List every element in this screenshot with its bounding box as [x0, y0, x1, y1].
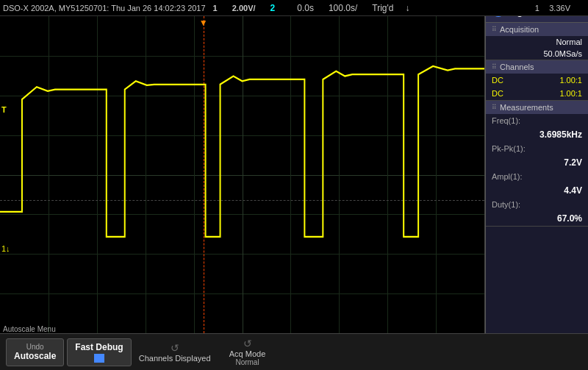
- fast-debug-indicator: [94, 354, 104, 363]
- acq-sample-rate: 50.0MSa/s: [486, 48, 588, 60]
- pkpk-value: 7.2V: [564, 157, 582, 168]
- ch2-ratio: 1.00:1: [559, 89, 582, 98]
- autoscale-label: Autoscale: [14, 351, 56, 361]
- trig-status: Trig'd: [372, 3, 393, 13]
- pkpk-value-row: 7.2V: [486, 155, 588, 170]
- ch2-label: 2: [270, 3, 276, 13]
- acq-mode-button[interactable]: ↺ Acq Mode Normal: [218, 338, 277, 366]
- measurements-title: Measurements: [486, 101, 588, 114]
- acquisition-section: Acquisition Normal 50.0MSa/s: [486, 23, 588, 60]
- channels-displayed-button[interactable]: ↺ Channels Displayed: [135, 338, 215, 366]
- fast-debug-label: Fast Debug: [75, 342, 123, 352]
- trig-icon: ↓: [406, 3, 410, 13]
- duty-value-row: 67.0%: [486, 211, 588, 226]
- device-info: DSO-X 2002A, MY51250701: Thu Jan 26 14:0…: [3, 4, 206, 13]
- time-scale: 100.0s/: [329, 3, 357, 13]
- ch1-label: 1 2.00V/: [213, 3, 263, 13]
- channels-section: Channels DC 1.00:1 DC 1.00:1: [486, 60, 588, 101]
- ch1-coupling: DC: [492, 76, 503, 85]
- ampl-value-row: 4.4V: [486, 183, 588, 198]
- pkpk-row: Pk-Pk(1):: [486, 142, 588, 155]
- freq-label: Freq(1):: [492, 116, 520, 125]
- ch1-ratio: 1.00:1: [559, 76, 582, 85]
- ch2-coupling: DC: [492, 89, 503, 98]
- channels-title: Channels: [486, 60, 588, 74]
- measurements-section: Measurements Freq(1): 3.6985kHz Pk-Pk(1)…: [486, 101, 588, 227]
- duty-row: Duty(1):: [486, 198, 588, 211]
- duty-value: 67.0%: [557, 213, 582, 224]
- fast-debug-button[interactable]: Fast Debug: [67, 338, 131, 366]
- acq-mode-value: Normal: [235, 358, 259, 366]
- duty-label: Duty(1):: [492, 200, 520, 209]
- freq-value: 3.6985kHz: [539, 129, 582, 140]
- ampl-row: Ampl(1):: [486, 170, 588, 183]
- ch2-row: DC 1.00:1: [486, 87, 588, 100]
- top-status-bar: DSO-X 2002A, MY51250701: Thu Jan 26 14:0…: [0, 0, 588, 16]
- ampl-value: 4.4V: [564, 185, 582, 196]
- waveform: [0, 16, 484, 333]
- time-offset: 0.0s: [297, 3, 314, 13]
- acq-mode-label: Acq Mode: [229, 349, 266, 358]
- pkpk-label: Pk-Pk(1):: [492, 144, 526, 153]
- scope-display: ▼ T 1↓: [0, 16, 485, 333]
- acquisition-title: Acquisition: [486, 23, 588, 36]
- acq-mode: Normal: [486, 36, 588, 48]
- refresh-icon: ↺: [171, 342, 179, 354]
- acq-mode-refresh-icon: ↺: [243, 338, 252, 349]
- freq-value-row: 3.6985kHz: [486, 127, 588, 142]
- voltage-reading: 1 3.36V: [535, 3, 578, 13]
- ch1-row: DC 1.00:1: [486, 74, 588, 87]
- channels-displayed-label: Channels Displayed: [139, 354, 211, 363]
- undo-label: Undo: [26, 343, 44, 351]
- undo-autoscale-button[interactable]: Undo Autoscale: [6, 338, 64, 366]
- bottom-toolbar: Undo Autoscale Fast Debug ↺ Channels Dis…: [0, 333, 588, 370]
- freq-row: Freq(1):: [486, 114, 588, 127]
- ampl-label: Ampl(1):: [492, 172, 523, 181]
- autoscale-menu-label: Autoscale Menu: [3, 325, 56, 333]
- right-panel: Agilent Acquisition Normal 50.0MSa/s Cha…: [485, 0, 588, 370]
